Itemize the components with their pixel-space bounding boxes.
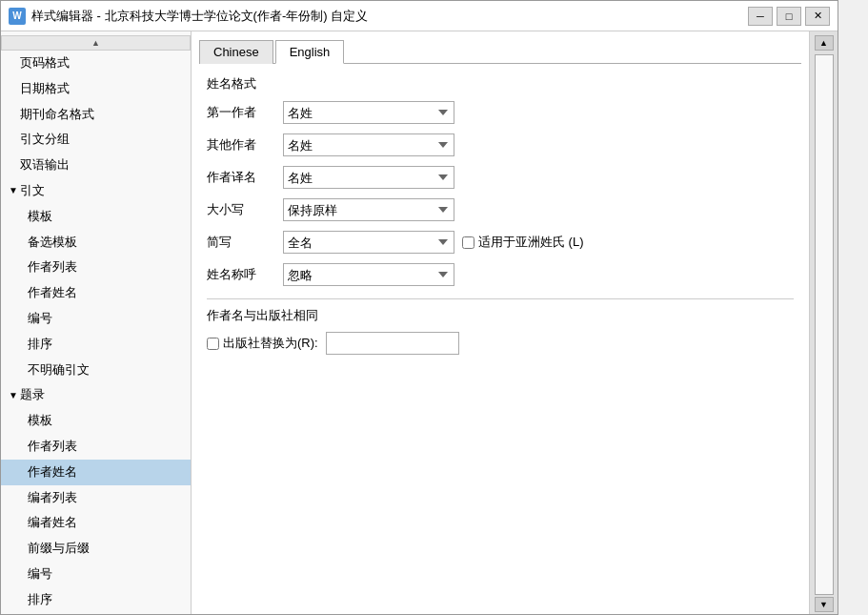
citation-group-label: 引文 xyxy=(20,181,45,201)
sidebar-item-bibliography-editor-list[interactable]: 编者列表 xyxy=(1,485,191,511)
asian-name-checkbox[interactable] xyxy=(462,236,474,249)
name-format-section-title: 姓名格式 xyxy=(207,75,794,92)
publisher-input[interactable] xyxy=(326,332,459,355)
sidebar-item-citation-order[interactable]: 排序 xyxy=(1,332,191,358)
sidebar-item-citation-template[interactable]: 模板 xyxy=(1,204,191,230)
sidebar-item-date-format[interactable]: 日期格式 xyxy=(1,76,191,102)
citation-group-header[interactable]: ▼ 引文 xyxy=(1,178,191,204)
first-author-label: 第一作者 xyxy=(207,104,283,121)
title-bar: W 样式编辑器 - 北京科技大学博士学位论文(作者-年份制) 自定义 ─ □ ✕ xyxy=(1,1,838,31)
publisher-row: 出版社替换为(R): xyxy=(207,332,794,355)
bibliography-group-header[interactable]: ▼ 题录 xyxy=(1,382,191,408)
other-authors-label: 其他作者 xyxy=(207,136,283,154)
close-button[interactable]: ✕ xyxy=(805,7,830,26)
sidebar-item-citation-author-name[interactable]: 作者姓名 xyxy=(1,280,191,306)
right-scroll-track xyxy=(815,54,834,595)
main-window: W 样式编辑器 - 北京科技大学博士学位论文(作者-年份制) 自定义 ─ □ ✕… xyxy=(0,0,838,615)
tab-chinese[interactable]: Chinese xyxy=(199,40,273,64)
sidebar-item-bibliography-title-case[interactable]: 标题大小写 xyxy=(1,613,191,614)
publisher-section-title: 作者名与出版社相同 xyxy=(207,307,794,324)
title-buttons: ─ □ ✕ xyxy=(748,7,830,26)
abbreviation-control: 全名 缩写 首字母 适用于亚洲姓氏 (L) xyxy=(283,231,584,254)
translated-author-control: 名姓 姓名 姓, 名 名 姓 xyxy=(283,166,454,189)
first-author-row: 第一作者 名姓 姓名 姓, 名 名 姓 xyxy=(207,100,794,125)
name-title-control: 忽略 保留 删除 xyxy=(283,263,454,286)
sidebar-item-bibliography-prefix-suffix[interactable]: 前缀与后缀 xyxy=(1,536,191,562)
sidebar-item-bibliography-numbering[interactable]: 编号 xyxy=(1,562,191,587)
publisher-checkbox-text: 出版社替换为(R): xyxy=(223,335,318,352)
minimize-button[interactable]: ─ xyxy=(748,7,773,26)
sidebar-item-bibliography-editor-name[interactable]: 编者姓名 xyxy=(1,510,191,536)
right-scroll-panel: ▲ ▼ xyxy=(809,31,838,614)
sidebar-item-bibliography-author-name[interactable]: 作者姓名 xyxy=(1,460,191,485)
capitalization-label: 大小写 xyxy=(207,201,283,218)
sidebar-item-journal-name-format[interactable]: 期刊命名格式 xyxy=(1,102,191,128)
window-title: 样式编辑器 - 北京科技大学博士学位论文(作者-年份制) 自定义 xyxy=(31,8,748,25)
sidebar-item-page-format[interactable]: 页码格式 xyxy=(1,51,191,76)
other-authors-select[interactable]: 名姓 姓名 姓, 名 名 姓 xyxy=(283,133,454,156)
asian-name-checkbox-text: 适用于亚洲姓氏 (L) xyxy=(478,234,584,251)
sidebar-item-citation-numbering[interactable]: 编号 xyxy=(1,306,191,332)
capitalization-control: 保持原样 全大写 全小写 首字母大写 xyxy=(283,198,454,221)
app-icon: W xyxy=(9,8,26,25)
publisher-checkbox-label[interactable]: 出版社替换为(R): xyxy=(207,335,318,352)
sidebar-item-citation-ambiguous[interactable]: 不明确引文 xyxy=(1,358,191,383)
sidebar-item-citation-backup-template[interactable]: 备选模板 xyxy=(1,230,191,256)
name-title-row: 姓名称呼 忽略 保留 删除 xyxy=(207,262,794,287)
sidebar-item-bibliography-author-list[interactable]: 作者列表 xyxy=(1,434,191,460)
sidebar-item-bilingual-output[interactable]: 双语输出 xyxy=(1,153,191,178)
publisher-checkbox[interactable] xyxy=(207,338,219,350)
bibliography-group-label: 题录 xyxy=(20,385,45,405)
translated-author-label: 作者译名 xyxy=(207,169,283,186)
first-author-control: 名姓 姓名 姓, 名 名 姓 xyxy=(283,101,454,124)
tab-bar: Chinese English xyxy=(199,39,801,64)
sidebar-item-citation-group[interactable]: 引文分组 xyxy=(1,127,191,153)
form-area: 姓名格式 第一作者 名姓 姓名 姓, 名 名 姓 其他作者 xyxy=(199,72,801,606)
maximize-button[interactable]: □ xyxy=(777,7,801,26)
abbreviation-select[interactable]: 全名 缩写 首字母 xyxy=(283,231,454,254)
name-title-label: 姓名称呼 xyxy=(207,266,283,283)
tab-english[interactable]: English xyxy=(275,40,345,64)
sidebar-item-bibliography-template[interactable]: 模板 xyxy=(1,408,191,434)
translated-author-select[interactable]: 名姓 姓名 姓, 名 名 姓 xyxy=(283,166,454,189)
sidebar-item-bibliography-order[interactable]: 排序 xyxy=(1,587,191,613)
abbreviation-row: 简写 全名 缩写 首字母 适用于亚洲姓氏 (L) xyxy=(207,230,794,255)
abbreviation-label: 简写 xyxy=(207,234,283,251)
translated-author-row: 作者译名 名姓 姓名 姓, 名 名 姓 xyxy=(207,165,794,190)
capitalization-row: 大小写 保持原样 全大写 全小写 首字母大写 xyxy=(207,197,794,222)
right-scroll-up[interactable]: ▲ xyxy=(815,35,834,51)
bibliography-arrow-icon: ▼ xyxy=(9,388,18,403)
sidebar-scroll-up[interactable]: ▲ xyxy=(1,35,191,51)
citation-arrow-icon: ▼ xyxy=(9,183,18,198)
capitalization-select[interactable]: 保持原样 全大写 全小写 首字母大写 xyxy=(283,198,454,221)
content-area: ▲ 页码格式 日期格式 期刊命名格式 引文分组 双语输出 ▼ 引文 模板 备选模… xyxy=(1,31,838,614)
publisher-section: 作者名与出版社相同 出版社替换为(R): xyxy=(207,298,794,355)
right-scroll-down[interactable]: ▼ xyxy=(815,597,834,612)
other-authors-row: 其他作者 名姓 姓名 姓, 名 名 姓 xyxy=(207,133,794,157)
sidebar: ▲ 页码格式 日期格式 期刊命名格式 引文分组 双语输出 ▼ 引文 模板 备选模… xyxy=(1,31,192,614)
sidebar-item-citation-author-list[interactable]: 作者列表 xyxy=(1,255,191,280)
first-author-select[interactable]: 名姓 姓名 姓, 名 名 姓 xyxy=(283,101,454,124)
other-authors-control: 名姓 姓名 姓, 名 名 姓 xyxy=(283,133,454,156)
name-title-select[interactable]: 忽略 保留 删除 xyxy=(283,263,454,286)
asian-name-checkbox-label[interactable]: 适用于亚洲姓氏 (L) xyxy=(462,234,584,251)
main-panel: Chinese English 姓名格式 第一作者 名姓 姓名 姓, 名 名 姓 xyxy=(192,31,809,614)
